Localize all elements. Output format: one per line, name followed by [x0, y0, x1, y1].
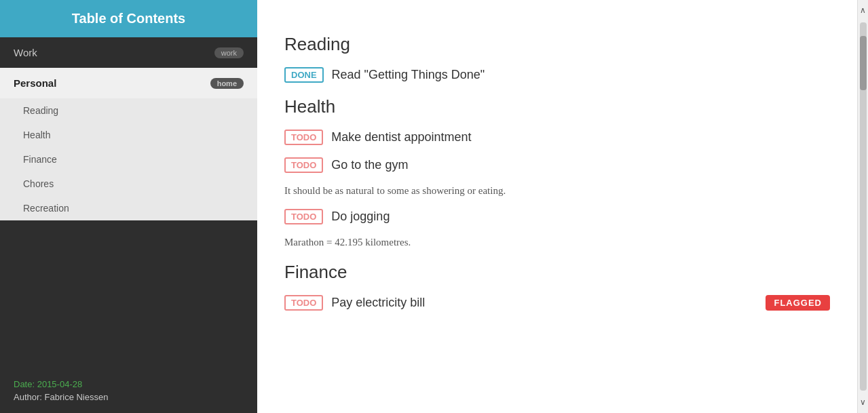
scroll-track[interactable] — [860, 22, 867, 391]
scroll-thumb[interactable] — [860, 36, 867, 90]
sidebar-sub-item-finance[interactable]: Finance — [0, 147, 257, 172]
note-gym: It should be as natural to some as showe… — [284, 185, 830, 197]
task-row-dentist: TODO Make dentist appointment — [284, 130, 830, 145]
sidebar-item-personal-label: Personal — [14, 77, 56, 89]
sidebar-sub-item-health[interactable]: Health — [0, 123, 257, 147]
task-text: Read "Getting Things Done" — [332, 68, 485, 82]
sidebar-nav: Work work Personal home Reading Health F… — [0, 37, 257, 368]
task-row-gym: TODO Go to the gym — [284, 157, 830, 173]
scrollbar[interactable]: ∧ ∨ — [857, 0, 868, 413]
note-jogging: Marathon = 42.195 kilometres. — [284, 237, 830, 248]
sidebar-sub-item-recreation[interactable]: Recreation — [0, 196, 257, 220]
task-text-electricity: Pay electricity bill — [331, 296, 425, 310]
section-reading: Reading DONE Read "Getting Things Done" — [284, 34, 830, 83]
task-left-electricity: TODO Pay electricity bill — [284, 295, 425, 311]
sidebar-header: Table of Contents — [0, 0, 257, 37]
sidebar-item-work-badge: work — [214, 47, 244, 58]
task-row-jogging: TODO Do jogging — [284, 209, 830, 224]
footer-date: Date: 2015-04-28 — [14, 379, 244, 389]
section-finance: Finance TODO Pay electricity bill FLAGGE… — [284, 262, 830, 311]
section-title-health: Health — [284, 96, 830, 117]
task-text-jogging: Do jogging — [331, 210, 390, 224]
badge-todo-dentist: TODO — [284, 130, 323, 145]
section-title-finance: Finance — [284, 262, 830, 283]
task-text-gym: Go to the gym — [331, 158, 408, 172]
scroll-down-arrow[interactable]: ∨ — [857, 395, 868, 410]
task-text-dentist: Make dentist appointment — [331, 130, 471, 144]
sidebar-sub-items: Reading Health Finance Chores Recreation — [0, 98, 257, 220]
badge-todo-gym: TODO — [284, 157, 323, 173]
sidebar: Table of Contents Work work Personal hom… — [0, 0, 257, 413]
section-health: Health TODO Make dentist appointment TOD… — [284, 96, 830, 248]
footer-author: Author: Fabrice Niessen — [14, 392, 244, 402]
sidebar-sub-item-reading[interactable]: Reading — [0, 98, 257, 123]
badge-todo-jogging: TODO — [284, 209, 323, 224]
sidebar-item-personal-badge: home — [210, 78, 244, 89]
main-content[interactable]: Reading DONE Read "Getting Things Done" … — [257, 0, 857, 413]
sidebar-item-work[interactable]: Work work — [0, 37, 257, 68]
scroll-up-arrow[interactable]: ∧ — [857, 3, 868, 18]
sidebar-item-personal[interactable]: Personal home — [0, 68, 257, 98]
task-row: DONE Read "Getting Things Done" — [284, 67, 830, 83]
sidebar-item-work-label: Work — [14, 47, 37, 58]
section-title-reading: Reading — [284, 34, 830, 55]
sidebar-footer: Date: 2015-04-28 Author: Fabrice Niessen — [0, 368, 257, 413]
badge-todo-electricity: TODO — [284, 295, 323, 311]
sidebar-sub-item-chores[interactable]: Chores — [0, 172, 257, 196]
flagged-badge: FLAGGED — [766, 295, 830, 311]
badge-done: DONE — [284, 67, 324, 83]
task-row-electricity: TODO Pay electricity bill FLAGGED — [284, 295, 830, 311]
